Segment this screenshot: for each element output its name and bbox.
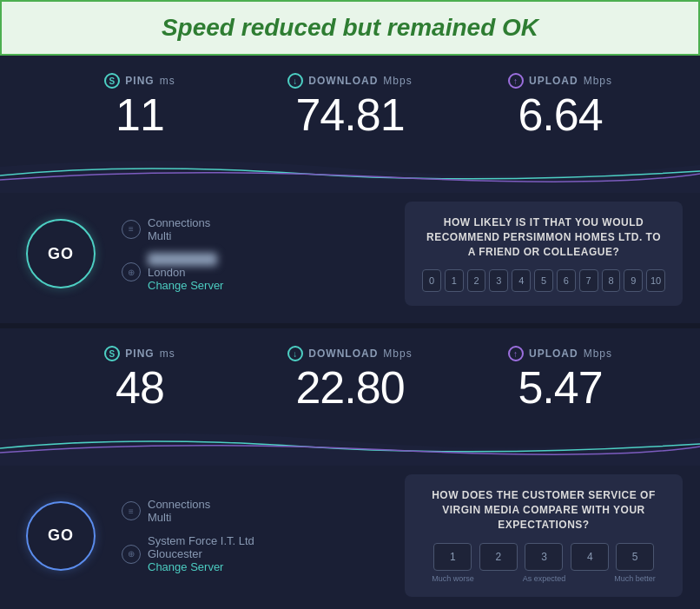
survey-question-1: HOW LIKELY IS IT THAT YOU WOULD RECOMMEN… [422,215,665,259]
download-label-2: ↓ DOWNLOAD Mbps [245,346,455,361]
survey-num-1[interactable]: 1 [445,269,464,292]
go-button-wrap-1: GO [26,219,96,288]
info-row-2: GO ≡ Connections Multi ⊕ System Force I.… [0,466,700,609]
location-details-1: ISP NAME London Change Server [148,253,223,292]
survey-num-0[interactable]: 0 [422,269,441,292]
survey-box-2: HOW DOES THE CUSTOMER SERVICE OF VIRGIN … [405,474,683,596]
ping-value-2: 48 [35,365,245,410]
ping-stat-2: S PING ms 48 [35,346,245,410]
scale-label-1: Much worse [432,574,474,583]
upload-icon-1: ↑ [508,73,524,89]
survey-num-7[interactable]: 7 [579,269,598,292]
connections-icon-1: ≡ [122,220,141,239]
location-details-2: System Force I.T. Ltd Gloucester Change … [148,534,254,573]
upload-value-1: 6.64 [455,92,665,137]
survey-num-5[interactable]: 5 [534,269,553,292]
connections-row-2: ≡ Connections Multi [122,498,254,524]
go-button-wrap-2: GO [26,501,96,571]
survey-num-8[interactable]: 8 [602,269,621,292]
scale-btn-3[interactable]: 3 [525,543,563,571]
scale-item-3: 3 As expected [523,543,566,583]
ping-label-2: S PING ms [35,346,245,361]
upload-stat-1: ↑ UPLOAD Mbps 6.64 [455,73,665,137]
survey-num-6[interactable]: 6 [557,269,576,292]
connections-details-2: Connections Multi [148,498,210,524]
go-button-1[interactable]: GO [26,219,96,288]
wave-divider-1 [0,149,700,193]
location-icon-2: ⊕ [122,545,141,564]
speedtest-panel-2: S PING ms 48 ↓ DOWNLOAD Mbps 22.80 ↑ UPL… [0,328,700,609]
connection-info-2: ≡ Connections Multi ⊕ System Force I.T. … [122,498,254,573]
scale-btn-4[interactable]: 4 [571,543,609,571]
speedtest-panel-1: S PING ms 11 ↓ DOWNLOAD Mbps 74.81 ↑ UPL… [0,56,700,323]
connections-row-1: ≡ Connections Multi [122,216,223,242]
upload-stat-2: ↑ UPLOAD Mbps 5.47 [455,346,665,410]
scale-btn-1[interactable]: 1 [433,543,472,571]
scale-label-5: Much better [614,574,656,583]
header-banner: Speed reduced but remained OK [0,0,700,56]
location-icon-1: ⊕ [122,262,141,281]
change-server-link-2[interactable]: Change Server [148,560,254,573]
survey-num-4[interactable]: 4 [512,269,531,292]
upload-value-2: 5.47 [455,365,665,410]
header-title: Speed reduced but remained OK [19,14,681,42]
scale-item-1: 1 Much worse [432,543,474,583]
download-stat-1: ↓ DOWNLOAD Mbps 74.81 [245,73,455,137]
scale-item-4: 4 [571,543,609,583]
go-button-2[interactable]: GO [26,501,96,571]
stats-row-2: S PING ms 48 ↓ DOWNLOAD Mbps 22.80 ↑ UPL… [0,328,700,422]
ping-icon-2: S [104,346,120,361]
survey-question-2: HOW DOES THE CUSTOMER SERVICE OF VIRGIN … [422,488,665,532]
wave-divider-2 [0,422,700,466]
survey-numbers-1: 0 1 2 3 4 5 6 7 8 9 10 [422,269,665,292]
scale-btn-2[interactable]: 2 [479,543,518,571]
survey-box-1: HOW LIKELY IS IT THAT YOU WOULD RECOMMEN… [405,202,683,306]
connections-details-1: Connections Multi [148,216,210,242]
survey-num-9[interactable]: 9 [624,269,643,292]
ping-stat-1: S PING ms 11 [35,73,245,137]
location-row-2: ⊕ System Force I.T. Ltd Gloucester Chang… [122,534,254,573]
scale-item-2: 2 [479,543,518,583]
upload-label-1: ↑ UPLOAD Mbps [455,73,665,89]
ping-icon-1: S [104,73,120,89]
survey-num-2[interactable]: 2 [467,269,486,292]
survey-num-10[interactable]: 10 [646,269,665,292]
change-server-link-1[interactable]: Change Server [148,279,223,292]
download-value-1: 74.81 [245,92,455,137]
scale-label-3: As expected [523,574,566,583]
survey-num-3[interactable]: 3 [489,269,508,292]
ping-value-1: 11 [35,92,245,137]
connections-icon-2: ≡ [122,501,141,520]
info-row-1: GO ≡ Connections Multi ⊕ ISP NAME London… [0,193,700,323]
upload-icon-2: ↑ [508,346,524,361]
download-icon-1: ↓ [287,73,303,89]
download-stat-2: ↓ DOWNLOAD Mbps 22.80 [245,346,455,410]
connection-info-1: ≡ Connections Multi ⊕ ISP NAME London Ch… [122,216,223,292]
download-label-1: ↓ DOWNLOAD Mbps [245,73,455,89]
download-icon-2: ↓ [287,346,303,361]
scale-btn-5[interactable]: 5 [616,543,654,571]
survey-scale-2: 1 Much worse 2 3 As expected 4 5 Muc [422,543,665,583]
stats-row-1: S PING ms 11 ↓ DOWNLOAD Mbps 74.81 ↑ UPL… [0,56,700,149]
download-value-2: 22.80 [245,365,455,410]
ping-label-1: S PING ms [35,73,245,89]
isp-blurred-1: ISP NAME [148,253,217,266]
upload-label-2: ↑ UPLOAD Mbps [455,346,665,361]
location-row-1: ⊕ ISP NAME London Change Server [122,253,223,292]
scale-item-5: 5 Much better [614,543,656,583]
